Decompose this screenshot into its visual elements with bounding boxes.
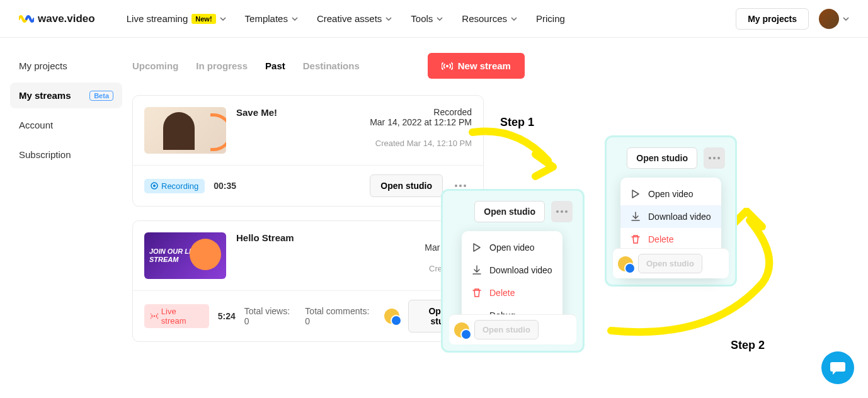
recording-tag: Recording — [144, 179, 205, 193]
tab-in-progress[interactable]: In progress — [196, 60, 248, 71]
stream-card: JOIN OUR LIVE STREAM Hello Stream St Mar… — [132, 220, 484, 342]
top-nav: wave.video Live streaming New! Templates… — [0, 0, 868, 38]
svg-point-8 — [561, 210, 563, 213]
menu-delete[interactable]: Delete — [462, 281, 562, 304]
stream-datetime: Mar 14, 2022 at 12:12 PM — [370, 117, 472, 127]
nav-pricing[interactable]: Pricing — [536, 13, 565, 24]
stream-thumbnail[interactable]: JOIN OUR LIVE STREAM — [144, 232, 226, 279]
destination-icon[interactable] — [384, 309, 399, 324]
menu-label: Download video — [489, 265, 552, 275]
svg-point-3 — [455, 185, 457, 187]
download-icon — [631, 212, 641, 222]
menu-open-video[interactable]: Open video — [620, 183, 721, 205]
sidebar-item-label: My streams — [19, 90, 71, 101]
svg-point-0 — [446, 65, 448, 67]
tag-label: Live stream — [161, 307, 203, 326]
comments-stat: Total comments: 0 — [305, 306, 375, 326]
nav-tools[interactable]: Tools — [411, 13, 443, 24]
svg-point-4 — [459, 185, 462, 187]
menu-label: Delete — [489, 288, 515, 298]
nav-templates[interactable]: Templates — [245, 13, 298, 24]
more-icon — [709, 157, 720, 159]
open-studio-button[interactable]: Open studio — [627, 147, 697, 169]
nav-live-streaming[interactable]: Live streaming New! — [127, 13, 226, 24]
svg-point-12 — [717, 157, 720, 159]
svg-point-11 — [713, 157, 716, 159]
play-icon — [472, 242, 482, 253]
menu-open-video[interactable]: Open video — [462, 236, 562, 259]
trash-icon — [631, 234, 641, 244]
my-projects-button[interactable]: My projects — [736, 8, 809, 30]
tab-past[interactable]: Past — [265, 60, 285, 71]
tab-upcoming[interactable]: Upcoming — [132, 60, 178, 71]
open-studio-button[interactable]: Open studio — [638, 254, 702, 273]
duration: 00:35 — [214, 181, 236, 191]
nav-label: Resources — [462, 13, 507, 24]
svg-point-9 — [565, 210, 568, 213]
header-right: My projects — [736, 8, 849, 30]
live-tag: Live stream — [144, 304, 209, 328]
svg-point-10 — [709, 157, 711, 159]
step2-label: Step 2 — [731, 339, 765, 352]
tab-destinations[interactable]: Destinations — [303, 60, 360, 71]
broadcast-icon — [151, 313, 158, 319]
sidebar: My projects My streams Beta Account Subs… — [0, 38, 132, 398]
tabs: Upcoming In progress Past Destinations N… — [132, 53, 868, 79]
sidebar-item-account[interactable]: Account — [10, 112, 122, 138]
menu-download-video[interactable]: Download video — [620, 205, 721, 228]
nav-creative-assets[interactable]: Creative assets — [317, 13, 392, 24]
destination-icon[interactable] — [454, 322, 469, 338]
stream-card: Save Me! Recorded Mar 14, 2022 at 12:12 … — [132, 95, 484, 207]
stream-created: Created Ma — [236, 264, 472, 273]
nav-label: Templates — [245, 13, 288, 24]
chevron-down-icon — [220, 17, 226, 21]
sidebar-item-my-streams[interactable]: My streams Beta — [10, 82, 122, 108]
more-button[interactable] — [704, 147, 725, 169]
stream-thumbnail[interactable] — [144, 107, 226, 154]
logo[interactable]: wave.video — [19, 13, 95, 25]
chevron-down-icon — [437, 17, 443, 21]
svg-point-7 — [556, 210, 559, 213]
user-menu[interactable] — [819, 9, 849, 29]
sidebar-item-label: Subscription — [19, 149, 71, 160]
sidebar-item-subscription[interactable]: Subscription — [10, 142, 122, 168]
nav-resources[interactable]: Resources — [462, 13, 517, 24]
more-button[interactable] — [551, 201, 573, 222]
destination-icon[interactable] — [618, 256, 633, 271]
step2-overlay: Open studio Open video Download video De… — [605, 135, 737, 287]
open-studio-button[interactable]: Open studio — [370, 174, 443, 197]
nav-label: Pricing — [536, 13, 565, 24]
open-studio-button[interactable]: Open studio — [474, 201, 545, 222]
wave-logo-icon — [19, 14, 34, 24]
chat-icon — [830, 360, 846, 375]
chevron-down-icon — [511, 17, 517, 21]
new-stream-button[interactable]: New stream — [428, 53, 525, 79]
nav-label: Creative assets — [317, 13, 382, 24]
menu-label: Download video — [648, 212, 711, 222]
open-studio-button[interactable]: Open studio — [474, 320, 539, 339]
svg-point-5 — [464, 185, 466, 187]
beta-badge: Beta — [89, 91, 113, 101]
more-icon — [556, 210, 568, 213]
download-icon — [472, 265, 482, 275]
play-icon — [631, 189, 641, 199]
menu-label: Delete — [648, 234, 673, 244]
menu-download-video[interactable]: Download video — [462, 259, 562, 281]
menu-delete[interactable]: Delete — [620, 228, 721, 251]
record-icon — [151, 182, 158, 190]
chat-widget[interactable] — [821, 351, 854, 384]
trash-icon — [472, 288, 482, 298]
stream-title: Save Me! — [236, 107, 277, 127]
sidebar-item-label: My projects — [19, 60, 67, 71]
new-badge: New! — [191, 14, 215, 24]
stream-title: Hello Stream — [236, 232, 294, 253]
menu-label: Open video — [489, 242, 535, 253]
svg-point-6 — [154, 316, 156, 317]
chevron-down-icon — [292, 17, 298, 21]
duration: 5:24 — [218, 311, 236, 321]
chevron-down-icon — [385, 17, 392, 21]
stream-status: Recorded — [370, 107, 472, 117]
sidebar-item-my-projects[interactable]: My projects — [10, 53, 122, 79]
nav-menu: Live streaming New! Templates Creative a… — [127, 13, 736, 24]
nav-label: Live streaming — [127, 13, 188, 24]
